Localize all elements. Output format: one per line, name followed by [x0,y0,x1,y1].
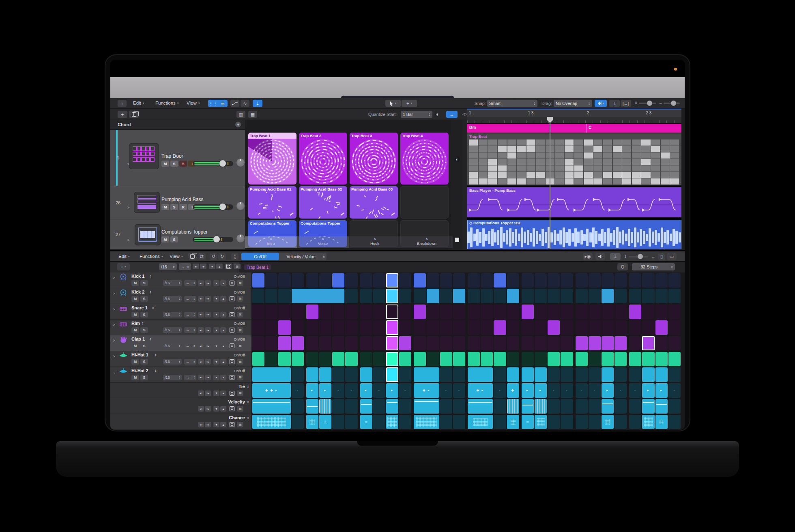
step-cell-on-clap-1-3[interactable] [278,336,290,351]
pan-knob[interactable] [236,234,245,243]
track-header-27[interactable]: 27>Computations TopperMS [110,219,245,250]
row-direction-popup[interactable]: →▲▼ [184,343,196,349]
track-icon-drum-machine[interactable] [129,143,159,169]
row-decrement[interactable]: ▾ [213,296,219,302]
step-cell-on-clap-1-28[interactable] [615,336,627,351]
seq-arrow-popup[interactable]: →▲▼ [179,263,191,270]
scene-play-chevron-icon[interactable]: ∧ [245,236,297,241]
seq-length-popup[interactable]: 32 Steps▲▼ [632,263,675,270]
row-rotate-left[interactable]: ◂▫ [198,375,204,380]
step-cell-off-rim-16[interactable] [453,320,465,335]
row-clear[interactable]: ⊠ [237,390,243,396]
step-cell-on-velocity-13[interactable] [414,399,439,414]
step-cell-off-kick-2-12[interactable] [399,289,411,303]
seq-rate-popup[interactable]: /16▲▼ [159,263,177,270]
step-cell-off-chance-23[interactable] [548,415,560,429]
step-cell-off-tie-29[interactable]: ▸ [629,383,641,398]
seq-rotate-r[interactable]: ▫▸ [200,264,206,269]
row-increment[interactable]: ▴ [220,375,226,380]
grid-view-toggle[interactable]: ⋮⋮ [208,100,218,107]
step-cell-off-snare-1-22[interactable] [535,305,547,319]
step-cell-on-kick-1-19[interactable] [494,273,506,288]
step-cell-on-kick-1-1[interactable] [252,273,264,288]
drag-popup[interactable]: No Overlap▲▼ [554,100,592,107]
step-cell-off-snare-1-17[interactable] [468,305,480,319]
vertical-auto-zoom-button[interactable]: ⌶ [609,100,620,107]
step-cell-on-hi-hat-1-8[interactable] [345,352,357,367]
row-disclosure-icon[interactable]: > [113,323,115,327]
step-cell-off-kick-2-25[interactable] [576,289,588,303]
step-cell-on-chance-20[interactable] [507,415,519,429]
step-cell-on-tie-1[interactable]: ◆ ◆ ▸ [252,383,291,398]
step-cell-on-kick-2-27[interactable] [602,289,614,303]
track-header-1[interactable]: 1>Trap DoorMSRI [110,130,245,186]
row-randomize[interactable] [229,280,235,286]
step-cell-off-clap-1-17[interactable] [468,336,480,351]
row-solo-button[interactable]: S [140,280,148,286]
step-cell-off-chance-16[interactable] [453,415,465,429]
step-cell-off-hi-hat-1-26[interactable] [589,352,601,367]
step-cell-on-velocity-31[interactable] [655,399,668,414]
row-solo-button[interactable]: S [140,296,148,302]
step-cell-off-kick-2-15[interactable] [440,289,452,303]
step-cell-on-hi-hat-2-17[interactable] [468,367,493,382]
subrow-name-stepper[interactable]: ▲▼ [247,400,249,403]
seq-add-row-button[interactable]: + ▾ [117,263,130,270]
step-cell-off-kick-2-30[interactable] [642,289,654,303]
step-cell-off-kick-1-12[interactable] [399,273,411,288]
step-cell-on-hi-hat-1-11[interactable] [386,352,398,367]
cell-loop-icon[interactable]: ◐ [436,111,439,117]
step-cell-off-tie-12[interactable]: ▸ [399,383,411,398]
stop-all-cells-button[interactable] [455,238,459,242]
step-cell-off-velocity-24[interactable] [561,399,573,414]
step-cell-off-kick-2-18[interactable] [481,289,493,303]
step-cell-on-hi-hat-1-23[interactable] [548,352,560,367]
step-cell-off-kick-1-3[interactable] [278,273,290,288]
track-disclosure-icon[interactable]: > [127,238,129,242]
step-cell-off-kick-1-31[interactable] [655,273,668,288]
loop-cell-pumping-acid-bass-01[interactable]: Pumping Acid Bass 01 [248,186,297,219]
row-increment[interactable]: ▴ [220,296,226,302]
step-cell-off-kick-2-24[interactable] [561,289,573,303]
step-cell-off-rim-17[interactable] [468,320,480,335]
divider-half-icon[interactable]: ◐ [454,157,460,162]
step-cell-on-tie-22[interactable]: ▸ [535,383,547,398]
step-cell-on-tie-27[interactable]: ▸ [602,383,614,398]
step-cell-off-snare-1-23[interactable] [548,305,560,319]
tracks-view-toggle[interactable]: ☰ [218,100,228,107]
seq-subrow-tie[interactable]: Tie▲▼◂▫▫▸▾▴⊠ [110,383,251,399]
step-cell-off-kick-2-19[interactable] [494,289,506,303]
seq-menu-view[interactable]: View▾ [170,254,183,259]
step-cell-on-velocity-30[interactable] [642,399,654,414]
step-cell-off-clap-1-16[interactable] [453,336,465,351]
step-cell-off-hi-hat-2-25[interactable] [576,367,588,382]
step-cell-on-velocity-1[interactable] [252,399,291,414]
step-cell-off-kick-2-9[interactable] [360,289,372,303]
step-cell-off-snare-1-30[interactable] [642,305,654,319]
row-disclosure-icon[interactable]: > [113,307,115,311]
step-cell-off-tie-24[interactable]: ▸ [561,383,573,398]
grid-divider-button[interactable]: ◁▷ [462,109,467,120]
row-decrement[interactable]: ▾ [213,280,219,286]
step-cell-off-snare-1-25[interactable] [576,305,588,319]
tracks-menu-functions[interactable]: Functions▾ [155,101,179,105]
row-increment[interactable]: ▴ [220,312,226,317]
step-cell-off-rim-22[interactable] [535,320,547,335]
row-randomize[interactable] [229,343,235,349]
step-cell-on-tie-6[interactable]: ▸ [319,383,331,398]
row-rotate-left[interactable]: ◂▫ [198,327,204,333]
step-cell-off-kick-2-13[interactable] [414,289,426,303]
row-decrement[interactable]: ▾ [213,312,219,317]
row-rotate-right[interactable]: ▫▸ [205,327,211,333]
loop-cell-trap-beat-2[interactable]: Trap Beat 2 [299,133,347,184]
step-cell-off-kick-1-22[interactable] [535,273,547,288]
step-cell-off-snare-1-28[interactable] [615,305,627,319]
step-cell-off-kick-1-20[interactable] [507,273,519,288]
step-cell-off-rim-9[interactable] [360,320,372,335]
step-cell-on-hi-hat-2-21[interactable] [522,367,534,382]
row-rotate-right[interactable]: ▫▸ [205,422,211,427]
step-cell-off-hi-hat-1-6[interactable] [319,352,331,367]
step-cell-off-snare-1-18[interactable] [481,305,493,319]
step-cell-off-kick-1-26[interactable] [589,273,601,288]
horizontal-auto-zoom-button[interactable]: |↔| [621,100,631,107]
